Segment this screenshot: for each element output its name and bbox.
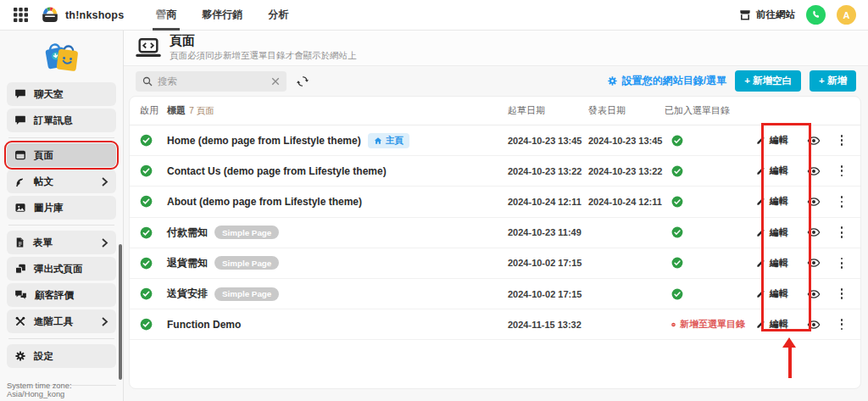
preview-eye-icon[interactable]: [799, 164, 828, 178]
popup-icon: [14, 263, 26, 275]
edit-button[interactable]: 編輯: [745, 164, 799, 177]
enabled-check-icon[interactable]: [140, 195, 167, 208]
topbar-right: 前往網站 A: [739, 5, 856, 25]
pages-table: 啟用 標題7 頁面 起草日期 發表日期 已加入選單目錄 Home (demo p…: [129, 96, 861, 389]
chevron-right-icon: [101, 238, 108, 248]
more-options-icon[interactable]: [833, 285, 850, 303]
page-header: 頁面 頁面必須同步新增至選單目錄才會顯示於網站上: [124, 31, 868, 66]
edit-button[interactable]: 編輯: [745, 257, 799, 270]
in-menu-check-icon: [665, 165, 745, 177]
gear-icon: [14, 350, 26, 362]
enabled-check-icon[interactable]: [140, 287, 167, 300]
broadcast-icon: [14, 175, 26, 187]
more-options-icon[interactable]: [833, 162, 850, 180]
sidebar-item-chatroom[interactable]: 聊天室: [7, 82, 116, 106]
brand-logo[interactable]: th!nkshops: [41, 7, 124, 23]
search-box: [136, 71, 287, 92]
table-row: About (demo page from Lifestyle theme) 2…: [130, 187, 860, 217]
timezone-label: System time zone: Asia/Hong_kong: [7, 382, 123, 398]
add-blank-button[interactable]: + 新增空白: [735, 70, 801, 92]
table-row: Contact Us (demo page from Lifestyle the…: [130, 156, 860, 187]
sidebar-item-popup-pages[interactable]: 彈出式頁面: [7, 257, 116, 281]
simple-page-badge: Simple Page: [214, 256, 279, 270]
edit-button[interactable]: 編輯: [745, 195, 799, 208]
storefront-icon: [739, 9, 751, 21]
top-nav: 營商 夥伴行銷 分析: [151, 0, 309, 31]
apps-grid-icon[interactable]: [12, 7, 29, 24]
sidebar-item-customer-reviews[interactable]: 顧客評價: [7, 283, 116, 307]
chat-icon: [14, 114, 26, 126]
edit-button[interactable]: 編輯: [745, 318, 799, 331]
toolbar: 設置您的網站目錄/選單 + 新增空白 + 新增: [124, 66, 868, 96]
sidebar-item-posts[interactable]: 帖文: [7, 170, 116, 193]
sidebar-item-forms[interactable]: 表單: [7, 231, 116, 254]
col-enabled: 啟用: [140, 104, 167, 117]
chat-icon: [14, 88, 26, 100]
col-publish-date: 發表日期: [588, 104, 665, 117]
tools-icon: [14, 315, 26, 327]
more-options-icon[interactable]: [833, 223, 850, 241]
refresh-icon[interactable]: [297, 75, 309, 87]
divider: [8, 225, 114, 226]
brand-name: th!nkshops: [65, 9, 124, 21]
visit-site-link[interactable]: 前往網站: [739, 8, 795, 21]
sidebar-item-settings[interactable]: 設定: [7, 344, 116, 368]
search-icon: [142, 76, 153, 86]
col-title: 標題7 頁面: [167, 104, 508, 117]
enabled-check-icon[interactable]: [140, 134, 167, 147]
edit-button[interactable]: 編輯: [745, 226, 799, 239]
tab-affiliate[interactable]: 夥伴行銷: [197, 0, 248, 31]
preview-eye-icon[interactable]: [799, 287, 828, 301]
enabled-check-icon[interactable]: [140, 164, 167, 177]
search-input[interactable]: [158, 76, 266, 86]
main-content: 頁面 頁面必須同步新增至選單目錄才會顯示於網站上: [124, 31, 868, 401]
edit-button[interactable]: 編輯: [745, 134, 799, 147]
page-count: 7 頁面: [189, 105, 214, 115]
add-to-menu-link[interactable]: 新增至選單目錄: [665, 318, 745, 331]
more-options-icon[interactable]: [833, 192, 850, 210]
preview-eye-icon[interactable]: [799, 226, 828, 239]
preview-eye-icon[interactable]: [799, 134, 828, 148]
more-options-icon[interactable]: [833, 131, 850, 149]
sidebar-scrollbar[interactable]: [119, 244, 122, 380]
in-menu-check-icon: [665, 288, 745, 300]
tab-business[interactable]: 營商: [151, 0, 181, 31]
simple-page-badge: Simple Page: [214, 226, 279, 239]
sidebar-item-advanced-tools[interactable]: 進階工具: [7, 309, 116, 333]
sidebar-item-gallery[interactable]: 圖片庫: [7, 196, 116, 220]
image-icon: [14, 202, 26, 214]
in-menu-check-icon: [665, 257, 745, 269]
brand-icon: [41, 7, 59, 23]
home-badge: 主頁: [368, 133, 409, 148]
edit-button[interactable]: 編輯: [745, 287, 799, 300]
preview-eye-icon[interactable]: [799, 256, 828, 270]
page-icon: [14, 149, 26, 161]
whatsapp-icon[interactable]: [806, 5, 826, 25]
table-row: 退貨需知 Simple Page 2024-10-02 17:15 編輯: [130, 248, 860, 279]
sidebar-item-pages[interactable]: 頁面: [7, 143, 116, 167]
in-menu-check-icon: [665, 196, 745, 208]
chevron-right-icon: [101, 317, 108, 326]
preview-eye-icon[interactable]: [799, 318, 828, 331]
in-menu-check-icon: [665, 135, 745, 147]
topbar: th!nkshops 營商 夥伴行銷 分析 前往網站: [0, 0, 868, 31]
visit-site-label: 前往網站: [756, 8, 795, 21]
table-header: 啟用 標題7 頁面 起草日期 發表日期 已加入選單目錄: [130, 97, 860, 125]
clear-search-icon[interactable]: [271, 77, 280, 86]
tab-analytics[interactable]: 分析: [263, 0, 293, 31]
more-options-icon[interactable]: [833, 315, 850, 333]
reviews-icon: [14, 289, 27, 301]
table-row: 送貨安排 Simple Page 2024-10-02 17:15 編輯: [130, 279, 860, 309]
page-heading: 頁面 頁面必須同步新增至選單目錄才會顯示於網站上: [170, 34, 357, 62]
enabled-check-icon[interactable]: [140, 318, 167, 331]
table-row: Function Demo 2024-11-15 13:32 新增至選單目錄 編…: [130, 309, 860, 340]
avatar[interactable]: A: [837, 5, 856, 25]
simple-page-badge: Simple Page: [214, 287, 279, 301]
add-button[interactable]: + 新增: [810, 70, 856, 92]
more-options-icon[interactable]: [833, 254, 850, 272]
enabled-check-icon[interactable]: [140, 257, 167, 270]
enabled-check-icon[interactable]: [140, 226, 167, 239]
preview-eye-icon[interactable]: [799, 195, 828, 209]
site-menu-config-link[interactable]: 設置您的網站目錄/選單: [607, 74, 726, 88]
sidebar-item-order-messages[interactable]: 訂單訊息: [7, 109, 116, 132]
